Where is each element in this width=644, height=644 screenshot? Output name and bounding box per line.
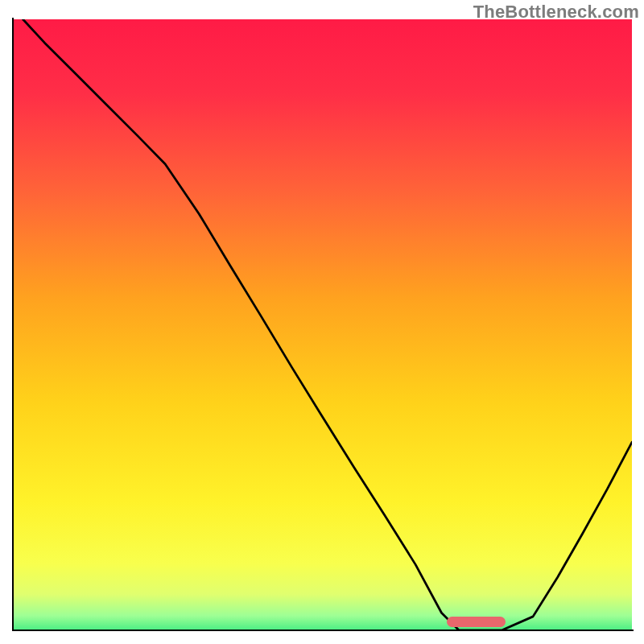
chart-container: TheBottleneck.com — [0, 0, 644, 644]
optimum-marker — [447, 617, 506, 627]
x-axis-line — [12, 630, 634, 631]
plot-frame — [12, 18, 634, 631]
plot-area — [14, 19, 632, 630]
bottleneck-curve — [14, 19, 632, 630]
